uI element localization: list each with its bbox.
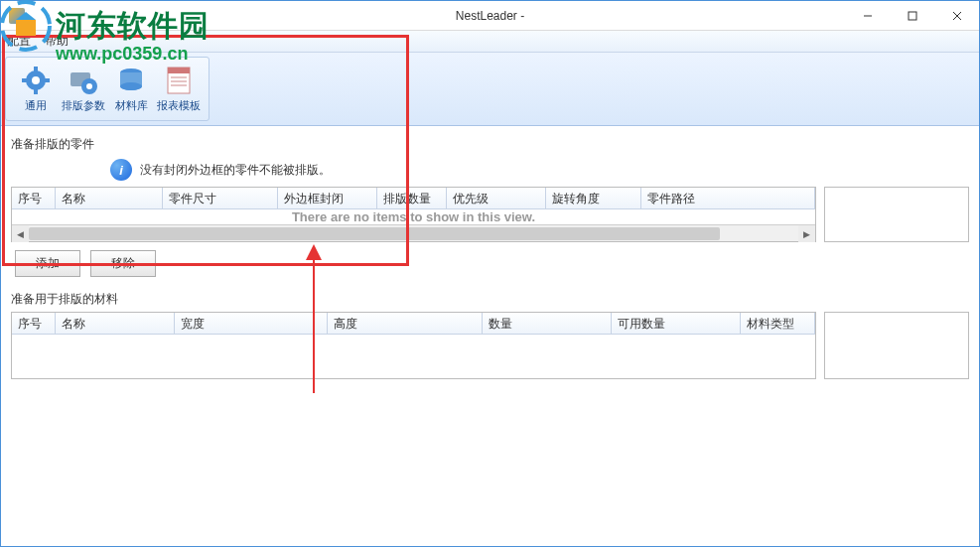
- col-size[interactable]: 零件尺寸: [163, 188, 278, 208]
- scroll-left-icon[interactable]: ◀: [12, 225, 29, 242]
- col-closed[interactable]: 外边框封闭: [278, 188, 377, 208]
- ribbon-group: 通用 排版参数 材料库 报表模板: [5, 57, 210, 121]
- svg-point-12: [86, 83, 92, 89]
- parts-preview-pane: [824, 187, 969, 242]
- svg-rect-6: [34, 67, 38, 71]
- parts-empty-text: There are no items to show in this view.: [292, 209, 535, 224]
- material-lib-button[interactable]: 材料库: [107, 59, 155, 120]
- maximize-button[interactable]: [890, 1, 934, 30]
- svg-point-14: [120, 82, 142, 90]
- report-icon: [163, 65, 195, 96]
- remove-button[interactable]: 移除: [90, 250, 156, 277]
- nest-gear-icon: [68, 65, 99, 96]
- database-icon: [115, 65, 147, 96]
- content-area: 准备排版的零件 i 没有封闭外边框的零件不能被排版。 序号 名称 零件尺寸 外边…: [1, 126, 979, 546]
- parts-grid-header: 序号 名称 零件尺寸 外边框封闭 排版数量 优先级 旋转角度 零件路径: [12, 188, 815, 209]
- svg-rect-7: [34, 89, 38, 94]
- svg-rect-1: [909, 12, 916, 20]
- menu-help[interactable]: 帮助: [45, 33, 69, 50]
- info-icon: i: [110, 159, 132, 181]
- app-window: NestLeader - 配置 帮助 通用: [0, 0, 980, 547]
- parts-h-scrollbar[interactable]: ◀ ▶: [12, 224, 815, 241]
- ribbon-label: 排版参数: [62, 98, 105, 113]
- minimize-button[interactable]: [845, 1, 890, 30]
- window-title: NestLeader -: [456, 9, 524, 23]
- materials-preview-pane: [824, 312, 969, 379]
- scroll-thumb[interactable]: [29, 227, 720, 240]
- svg-point-5: [32, 76, 40, 84]
- materials-section: 准备用于排版的材料 序号 名称 宽度 高度 数量 可用数量 材料类型: [11, 291, 969, 379]
- col-avail[interactable]: 可用数量: [612, 313, 741, 334]
- ribbon-label: 通用: [25, 98, 47, 113]
- close-button[interactable]: [934, 1, 979, 30]
- parts-section-label: 准备排版的零件: [11, 136, 969, 153]
- col-qty[interactable]: 排版数量: [377, 188, 447, 208]
- col-priority[interactable]: 优先级: [447, 188, 546, 208]
- window-controls: [845, 1, 979, 30]
- col-seq[interactable]: 序号: [12, 188, 56, 208]
- materials-grid-header: 序号 名称 宽度 高度 数量 可用数量 材料类型: [12, 313, 815, 335]
- parts-grid-body: There are no items to show in this view.: [12, 209, 815, 224]
- svg-rect-8: [22, 78, 27, 82]
- col-name[interactable]: 名称: [56, 188, 163, 208]
- materials-grid-body: [12, 335, 815, 378]
- svg-rect-9: [45, 78, 50, 82]
- col-path[interactable]: 零件路径: [641, 188, 815, 208]
- ribbon-label: 材料库: [115, 98, 148, 113]
- titlebar: NestLeader -: [1, 1, 979, 31]
- ribbon-toolbar: 通用 排版参数 材料库 报表模板: [1, 53, 979, 126]
- parts-grid[interactable]: 序号 名称 零件尺寸 外边框封闭 排版数量 优先级 旋转角度 零件路径 Ther…: [11, 187, 816, 242]
- col-width[interactable]: 宽度: [175, 313, 328, 334]
- menubar: 配置 帮助: [1, 31, 979, 53]
- general-button[interactable]: 通用: [12, 59, 60, 120]
- col-qty[interactable]: 数量: [483, 313, 612, 334]
- materials-grid[interactable]: 序号 名称 宽度 高度 数量 可用数量 材料类型: [11, 312, 816, 379]
- col-type[interactable]: 材料类型: [741, 313, 815, 334]
- col-seq[interactable]: 序号: [12, 313, 56, 334]
- gear-icon: [20, 65, 52, 96]
- col-height[interactable]: 高度: [328, 313, 483, 334]
- col-name[interactable]: 名称: [56, 313, 175, 334]
- materials-section-label: 准备用于排版的材料: [11, 291, 969, 308]
- col-rotation[interactable]: 旋转角度: [546, 188, 641, 208]
- svg-rect-16: [168, 68, 190, 73]
- parts-info-text: 没有封闭外边框的零件不能被排版。: [140, 162, 331, 179]
- add-button[interactable]: 添加: [15, 250, 80, 277]
- scroll-right-icon[interactable]: ▶: [798, 225, 815, 242]
- parts-button-row: 添加 移除: [15, 250, 969, 277]
- ribbon-label: 报表模板: [157, 98, 201, 113]
- parts-info-row: i 没有封闭外边框的零件不能被排版。: [110, 159, 969, 181]
- parts-section: 准备排版的零件 i 没有封闭外边框的零件不能被排版。 序号 名称 零件尺寸 外边…: [11, 136, 969, 283]
- menu-config[interactable]: 配置: [7, 33, 31, 50]
- report-template-button[interactable]: 报表模板: [155, 59, 203, 120]
- nest-params-button[interactable]: 排版参数: [60, 59, 107, 120]
- app-icon: [9, 8, 25, 24]
